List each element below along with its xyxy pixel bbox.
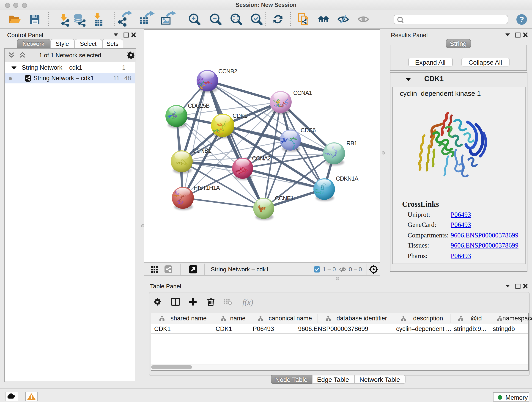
svg-text:RB1: RB1 <box>346 140 357 146</box>
svg-text:CDKN1A: CDKN1A <box>336 175 358 182</box>
svg-text:f(x): f(x) <box>242 298 253 307</box>
svg-text:CDC25B: CDC25B <box>188 102 209 109</box>
svg-text:0 – 0: 0 – 0 <box>348 266 362 273</box>
svg-text:CCNA2: CCNA2 <box>252 155 270 161</box>
svg-text:CCNB2: CCNB2 <box>218 68 237 74</box>
svg-text:CCNE1: CCNE1 <box>275 195 293 201</box>
svg-text:1 – 0: 1 – 0 <box>322 266 336 273</box>
svg-text:String Network – cdk1: String Network – cdk1 <box>210 266 269 273</box>
svg-text:HIST1H1A: HIST1H1A <box>193 184 220 191</box>
svg-text:CCNB1: CCNB1 <box>192 147 211 153</box>
svg-text:CDC6: CDC6 <box>300 127 315 133</box>
svg-text:CCNA1: CCNA1 <box>293 89 312 96</box>
svg-text:CDK1: CDK1 <box>232 112 247 119</box>
